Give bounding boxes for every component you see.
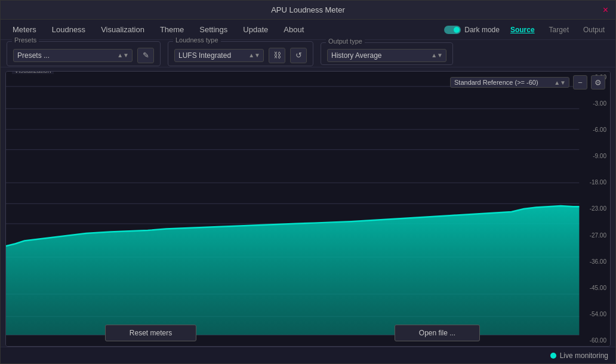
menu-theme[interactable]: Theme <box>153 23 191 36</box>
live-monitoring-indicator: Live monitoring <box>550 351 608 360</box>
loudness-type-label: Loudness type <box>173 36 221 44</box>
output-type-group: Output type History Average ▲▼ <box>321 42 453 65</box>
controls-bar: Presets Presets ... ▲▼ ✎ Loudness type L… <box>1 40 615 67</box>
status-bar: Live monitoring <box>1 347 615 363</box>
presets-label: Presets <box>12 36 39 44</box>
viz-canvas: 0.00 -3.00 -6.00 -9.00 -18.00 -23.00 -27… <box>6 72 610 346</box>
viz-reference-select[interactable]: Standard Reference (>= -60) <box>450 77 569 88</box>
source-button[interactable]: Source <box>504 24 541 36</box>
loudness-reset-button[interactable]: ↺ <box>290 48 307 63</box>
live-monitoring-label: Live monitoring <box>560 351 608 360</box>
presets-select-wrapper: Presets ... ▲▼ <box>13 49 133 62</box>
presets-select[interactable]: Presets ... <box>13 49 133 62</box>
y-label-7: -36.00 <box>581 258 609 265</box>
target-button[interactable]: Target <box>543 24 575 36</box>
y-label-6: -27.00 <box>581 232 609 239</box>
loudness-link-button[interactable]: ⛓ <box>269 48 285 63</box>
y-label-9: -54.00 <box>581 311 609 317</box>
viz-toolbar: Standard Reference (>= -60) ▲▼ − ⚙ <box>450 75 605 90</box>
bottom-buttons: Reset meters Open file ... <box>6 325 579 341</box>
menu-visualization[interactable]: Visualization <box>94 23 152 36</box>
menu-about[interactable]: About <box>276 23 311 36</box>
open-file-button[interactable]: Open file ... <box>395 325 480 341</box>
source-target-output: Source Target Output <box>504 24 611 36</box>
output-type-select[interactable]: History Average <box>327 49 446 62</box>
chart-svg <box>6 72 610 346</box>
viz-minus-button[interactable]: − <box>573 75 587 90</box>
dark-mode-toggle-track <box>444 26 461 34</box>
menu-right: Dark mode Source Target Output <box>444 24 611 36</box>
reset-meters-button[interactable]: Reset meters <box>105 325 196 341</box>
viz-reference-wrapper: Standard Reference (>= -60) ▲▼ <box>450 77 569 88</box>
window-title: APU Loudness Meter <box>271 5 345 14</box>
y-label-10: -60.00 <box>581 337 609 344</box>
presets-edit-button[interactable]: ✎ <box>137 48 154 63</box>
title-bar: APU Loudness Meter × <box>1 1 615 20</box>
dark-mode-toggle[interactable]: Dark mode <box>444 26 500 34</box>
dark-mode-label: Dark mode <box>464 26 500 34</box>
y-axis: 0.00 -3.00 -6.00 -9.00 -18.00 -23.00 -27… <box>580 72 610 346</box>
menu-settings[interactable]: Settings <box>192 23 235 36</box>
output-select-wrapper: History Average ▲▼ <box>327 49 446 62</box>
visualization-section: Visualization Standard Reference (>= -60… <box>5 71 611 347</box>
live-dot-icon <box>550 353 556 359</box>
loudness-select-wrapper: LUFS Integrated ▲▼ <box>174 49 264 62</box>
menu-bar: Meters Loudness Visualization Theme Sett… <box>1 20 615 40</box>
output-type-label: Output type <box>326 38 365 45</box>
close-button[interactable]: × <box>603 5 608 16</box>
y-label-4: -18.00 <box>581 179 609 186</box>
output-button[interactable]: Output <box>577 24 611 36</box>
chart-fill <box>6 206 579 335</box>
y-label-5: -23.00 <box>581 205 609 212</box>
menu-update[interactable]: Update <box>236 23 275 36</box>
menu-meters[interactable]: Meters <box>5 23 44 36</box>
main-window: APU Loudness Meter × Meters Loudness Vis… <box>0 0 616 364</box>
y-label-8: -45.00 <box>581 285 609 291</box>
y-label-3: -9.00 <box>581 153 609 159</box>
y-label-2: -6.00 <box>581 127 609 133</box>
visualization-label: Visualization <box>12 71 54 74</box>
menu-loudness[interactable]: Loudness <box>45 23 93 36</box>
y-label-1: -3.00 <box>581 100 609 107</box>
loudness-type-select[interactable]: LUFS Integrated <box>174 49 264 62</box>
viz-gear-button[interactable]: ⚙ <box>591 75 605 90</box>
presets-group: Presets Presets ... ▲▼ ✎ <box>7 41 161 66</box>
loudness-type-group: Loudness type LUFS Integrated ▲▼ ⛓ ↺ <box>168 41 313 66</box>
